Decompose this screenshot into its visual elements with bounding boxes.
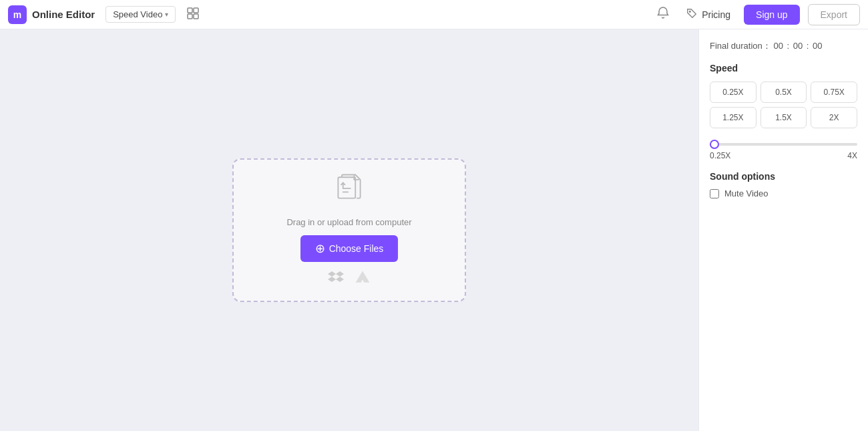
svg-point-4	[690, 11, 691, 12]
dropbox-icon[interactable]	[328, 270, 344, 290]
svg-rect-1	[194, 8, 198, 13]
sound-options-title: Sound options	[710, 171, 857, 182]
choose-files-button[interactable]: ⊕ Choose Files	[300, 235, 399, 262]
chevron-down-icon: ▾	[165, 11, 168, 18]
main-layout: Drag in or upload from computer ⊕ Choose…	[0, 29, 868, 431]
duration-hours: 00	[773, 41, 783, 51]
speed-section-title: Speed	[710, 63, 857, 74]
speed-button-0.5[interactable]: 0.5X	[761, 82, 807, 103]
mute-video-label[interactable]: Mute Video	[724, 188, 769, 198]
plus-icon: ⊕	[315, 241, 325, 256]
speed-max-label: 4X	[847, 151, 857, 160]
google-drive-icon[interactable]	[355, 270, 371, 290]
grid-view-button[interactable]	[181, 4, 205, 25]
pricing-button[interactable]: Pricing	[680, 5, 736, 25]
duration-colon-1: :	[787, 41, 792, 51]
speed-slider[interactable]	[710, 143, 857, 146]
speed-button-2[interactable]: 2X	[811, 107, 857, 128]
cloud-storage-icons	[328, 270, 371, 290]
speed-button-1.25[interactable]: 1.25X	[710, 107, 756, 128]
speed-button-1.5[interactable]: 1.5X	[761, 107, 807, 128]
app-header: m Online Editor Speed Video ▾	[0, 0, 868, 29]
export-button[interactable]: Export	[808, 4, 860, 25]
speed-buttons-grid: 0.25X0.5X0.75X1.25X1.5X2X	[710, 82, 857, 128]
svg-rect-2	[188, 14, 192, 19]
logo-area: m Online Editor	[8, 5, 95, 24]
notification-button[interactable]	[654, 3, 672, 25]
drag-drop-text: Drag in or upload from computer	[286, 217, 411, 227]
upload-area: Drag in or upload from computer ⊕ Choose…	[0, 29, 698, 431]
duration-minutes: 00	[793, 41, 803, 51]
speed-video-dropdown[interactable]: Speed Video ▾	[105, 6, 176, 23]
pricing-label: Pricing	[702, 9, 730, 20]
tag-icon	[686, 7, 698, 22]
drop-zone[interactable]: Drag in or upload from computer ⊕ Choose…	[232, 158, 466, 302]
speed-button-0.25[interactable]: 0.25X	[710, 82, 756, 103]
duration-seconds: 00	[813, 41, 822, 51]
logo-icon: m	[8, 5, 27, 24]
final-duration: Final duration： 00 : 00 : 00	[710, 40, 857, 52]
mute-video-checkbox[interactable]	[710, 189, 719, 198]
right-panel: Final duration： 00 : 00 : 00 Speed 0.25X…	[698, 29, 868, 431]
speed-slider-container: 0.25X 4X	[710, 136, 857, 160]
upload-icon	[333, 171, 365, 209]
duration-colon-2: :	[807, 41, 811, 51]
signup-button[interactable]: Sign up	[744, 5, 799, 25]
svg-rect-3	[194, 14, 198, 19]
header-right: Pricing Sign up Export	[654, 3, 860, 25]
mute-video-row: Mute Video	[710, 188, 857, 198]
speed-video-label: Speed Video	[113, 9, 162, 19]
speed-min-label: 0.25X	[710, 151, 730, 160]
app-title: Online Editor	[32, 9, 95, 20]
svg-rect-0	[188, 8, 192, 13]
speed-button-0.75[interactable]: 0.75X	[811, 82, 857, 103]
speed-range-labels: 0.25X 4X	[710, 151, 857, 160]
